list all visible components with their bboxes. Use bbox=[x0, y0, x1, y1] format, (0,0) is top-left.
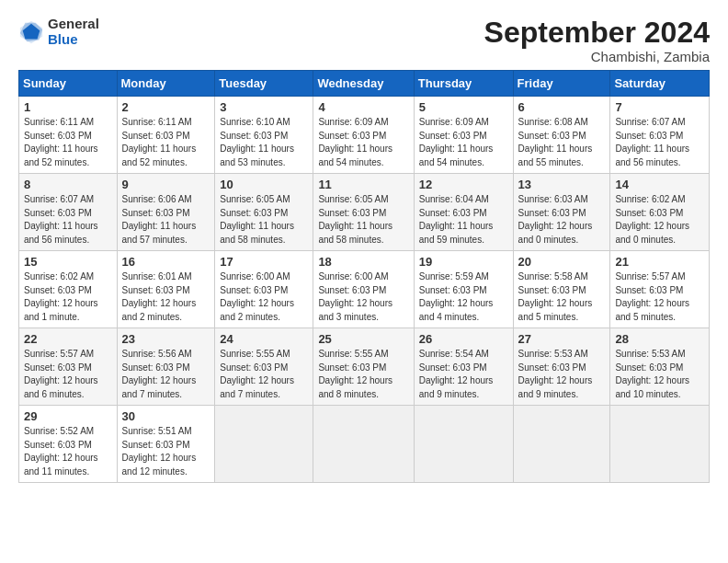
calendar-cell: 6Sunrise: 6:08 AM Sunset: 6:03 PM Daylig… bbox=[513, 97, 610, 174]
day-info: Sunrise: 5:57 AM Sunset: 6:03 PM Dayligh… bbox=[615, 270, 704, 324]
header-thursday: Thursday bbox=[414, 71, 513, 97]
day-info: Sunrise: 5:58 AM Sunset: 6:03 PM Dayligh… bbox=[518, 270, 606, 324]
day-info: Sunrise: 5:51 AM Sunset: 6:03 PM Dayligh… bbox=[122, 425, 210, 478]
header-friday: Friday bbox=[513, 71, 610, 97]
day-number: 21 bbox=[615, 255, 704, 269]
day-number: 5 bbox=[419, 100, 508, 114]
day-info: Sunrise: 6:01 AM Sunset: 6:03 PM Dayligh… bbox=[122, 270, 210, 324]
location-subtitle: Chambishi, Zambia bbox=[484, 49, 710, 64]
logo-icon bbox=[18, 19, 44, 45]
day-info: Sunrise: 6:11 AM Sunset: 6:03 PM Dayligh… bbox=[122, 116, 210, 169]
day-number: 4 bbox=[318, 100, 408, 114]
day-info: Sunrise: 5:56 AM Sunset: 6:03 PM Dayligh… bbox=[122, 348, 210, 401]
calendar-cell: 12Sunrise: 6:04 AM Sunset: 6:03 PM Dayli… bbox=[414, 174, 513, 251]
calendar-cell: 19Sunrise: 5:59 AM Sunset: 6:03 PM Dayli… bbox=[414, 251, 513, 328]
day-number: 8 bbox=[24, 178, 112, 191]
calendar-cell: 25Sunrise: 5:55 AM Sunset: 6:03 PM Dayli… bbox=[313, 328, 414, 406]
calendar-cell: 3Sunrise: 6:10 AM Sunset: 6:03 PM Daylig… bbox=[215, 97, 313, 174]
day-number: 25 bbox=[318, 332, 408, 346]
day-number: 23 bbox=[122, 332, 210, 346]
day-info: Sunrise: 6:00 AM Sunset: 6:03 PM Dayligh… bbox=[318, 270, 408, 324]
calendar-cell: 29Sunrise: 5:52 AM Sunset: 6:03 PM Dayli… bbox=[19, 406, 118, 483]
calendar-week-row: 8Sunrise: 6:07 AM Sunset: 6:03 PM Daylig… bbox=[19, 174, 710, 251]
day-number: 11 bbox=[318, 178, 408, 191]
day-number: 3 bbox=[220, 100, 308, 114]
day-info: Sunrise: 5:52 AM Sunset: 6:03 PM Dayligh… bbox=[24, 425, 112, 478]
day-number: 28 bbox=[615, 332, 704, 346]
calendar-cell: 23Sunrise: 5:56 AM Sunset: 6:03 PM Dayli… bbox=[117, 328, 215, 406]
calendar-cell: 11Sunrise: 6:05 AM Sunset: 6:03 PM Dayli… bbox=[313, 174, 414, 251]
day-info: Sunrise: 5:55 AM Sunset: 6:03 PM Dayligh… bbox=[318, 348, 408, 401]
calendar-table: Sunday Monday Tuesday Wednesday Thursday… bbox=[18, 70, 710, 483]
day-number: 19 bbox=[419, 255, 508, 269]
calendar-cell: 4Sunrise: 6:09 AM Sunset: 6:03 PM Daylig… bbox=[313, 97, 414, 174]
calendar-cell: 30Sunrise: 5:51 AM Sunset: 6:03 PM Dayli… bbox=[117, 406, 215, 483]
day-info: Sunrise: 5:53 AM Sunset: 6:03 PM Dayligh… bbox=[518, 348, 606, 401]
calendar-cell: 24Sunrise: 5:55 AM Sunset: 6:03 PM Dayli… bbox=[215, 328, 313, 406]
calendar-cell: 14Sunrise: 6:02 AM Sunset: 6:03 PM Dayli… bbox=[610, 174, 710, 251]
day-number: 27 bbox=[518, 332, 606, 346]
logo: General Blue bbox=[18, 17, 99, 47]
day-info: Sunrise: 6:09 AM Sunset: 6:03 PM Dayligh… bbox=[318, 116, 408, 169]
calendar-cell bbox=[414, 406, 513, 483]
calendar-cell: 9Sunrise: 6:06 AM Sunset: 6:03 PM Daylig… bbox=[117, 174, 215, 251]
calendar-cell: 26Sunrise: 5:54 AM Sunset: 6:03 PM Dayli… bbox=[414, 328, 513, 406]
calendar-cell: 22Sunrise: 5:57 AM Sunset: 6:03 PM Dayli… bbox=[19, 328, 118, 406]
month-title: September 2024 bbox=[484, 17, 710, 49]
day-number: 30 bbox=[122, 409, 210, 423]
calendar-cell: 2Sunrise: 6:11 AM Sunset: 6:03 PM Daylig… bbox=[117, 97, 215, 174]
day-info: Sunrise: 5:55 AM Sunset: 6:03 PM Dayligh… bbox=[220, 348, 308, 401]
title-block: September 2024 Chambishi, Zambia bbox=[484, 17, 710, 64]
day-number: 17 bbox=[220, 255, 308, 269]
calendar-cell: 10Sunrise: 6:05 AM Sunset: 6:03 PM Dayli… bbox=[215, 174, 313, 251]
calendar-cell bbox=[513, 406, 610, 483]
calendar-week-row: 15Sunrise: 6:02 AM Sunset: 6:03 PM Dayli… bbox=[19, 251, 710, 328]
calendar-cell: 20Sunrise: 5:58 AM Sunset: 6:03 PM Dayli… bbox=[513, 251, 610, 328]
day-info: Sunrise: 6:11 AM Sunset: 6:03 PM Dayligh… bbox=[24, 116, 112, 169]
day-info: Sunrise: 6:06 AM Sunset: 6:03 PM Dayligh… bbox=[122, 193, 210, 247]
day-number: 22 bbox=[24, 332, 112, 346]
calendar-cell bbox=[215, 406, 313, 483]
calendar-cell: 28Sunrise: 5:53 AM Sunset: 6:03 PM Dayli… bbox=[610, 328, 710, 406]
day-info: Sunrise: 6:05 AM Sunset: 6:03 PM Dayligh… bbox=[318, 193, 408, 247]
day-info: Sunrise: 6:07 AM Sunset: 6:03 PM Dayligh… bbox=[24, 193, 112, 247]
day-number: 29 bbox=[24, 409, 112, 423]
page: General Blue September 2024 Chambishi, Z… bbox=[0, 0, 728, 492]
day-number: 18 bbox=[318, 255, 408, 269]
calendar-cell: 15Sunrise: 6:02 AM Sunset: 6:03 PM Dayli… bbox=[19, 251, 118, 328]
calendar-cell: 1Sunrise: 6:11 AM Sunset: 6:03 PM Daylig… bbox=[19, 97, 118, 174]
day-number: 20 bbox=[518, 255, 606, 269]
day-number: 12 bbox=[419, 178, 508, 191]
calendar-header-row: Sunday Monday Tuesday Wednesday Thursday… bbox=[19, 71, 710, 97]
day-number: 10 bbox=[220, 178, 308, 191]
calendar-cell: 17Sunrise: 6:00 AM Sunset: 6:03 PM Dayli… bbox=[215, 251, 313, 328]
calendar-cell: 5Sunrise: 6:09 AM Sunset: 6:03 PM Daylig… bbox=[414, 97, 513, 174]
day-info: Sunrise: 5:54 AM Sunset: 6:03 PM Dayligh… bbox=[419, 348, 508, 401]
calendar-cell: 16Sunrise: 6:01 AM Sunset: 6:03 PM Dayli… bbox=[117, 251, 215, 328]
day-info: Sunrise: 6:00 AM Sunset: 6:03 PM Dayligh… bbox=[220, 270, 308, 324]
calendar-cell bbox=[610, 406, 710, 483]
day-number: 15 bbox=[24, 255, 112, 269]
day-number: 2 bbox=[122, 100, 210, 114]
header-sunday: Sunday bbox=[19, 71, 118, 97]
day-info: Sunrise: 6:02 AM Sunset: 6:03 PM Dayligh… bbox=[615, 193, 704, 247]
calendar-week-row: 29Sunrise: 5:52 AM Sunset: 6:03 PM Dayli… bbox=[19, 406, 710, 483]
calendar-cell: 18Sunrise: 6:00 AM Sunset: 6:03 PM Dayli… bbox=[313, 251, 414, 328]
day-info: Sunrise: 6:07 AM Sunset: 6:03 PM Dayligh… bbox=[615, 116, 704, 169]
day-info: Sunrise: 5:59 AM Sunset: 6:03 PM Dayligh… bbox=[419, 270, 508, 324]
header-tuesday: Tuesday bbox=[215, 71, 313, 97]
day-number: 1 bbox=[24, 100, 112, 114]
logo-text: General Blue bbox=[48, 17, 99, 47]
day-info: Sunrise: 6:04 AM Sunset: 6:03 PM Dayligh… bbox=[419, 193, 508, 247]
day-number: 24 bbox=[220, 332, 308, 346]
calendar-cell bbox=[313, 406, 414, 483]
day-info: Sunrise: 6:10 AM Sunset: 6:03 PM Dayligh… bbox=[220, 116, 308, 169]
logo-blue-text: Blue bbox=[48, 32, 99, 48]
calendar-cell: 21Sunrise: 5:57 AM Sunset: 6:03 PM Dayli… bbox=[610, 251, 710, 328]
calendar-cell: 7Sunrise: 6:07 AM Sunset: 6:03 PM Daylig… bbox=[610, 97, 710, 174]
calendar-cell: 13Sunrise: 6:03 AM Sunset: 6:03 PM Dayli… bbox=[513, 174, 610, 251]
day-number: 9 bbox=[122, 178, 210, 191]
day-number: 6 bbox=[518, 100, 606, 114]
day-info: Sunrise: 5:53 AM Sunset: 6:03 PM Dayligh… bbox=[615, 348, 704, 401]
day-number: 13 bbox=[518, 178, 606, 191]
